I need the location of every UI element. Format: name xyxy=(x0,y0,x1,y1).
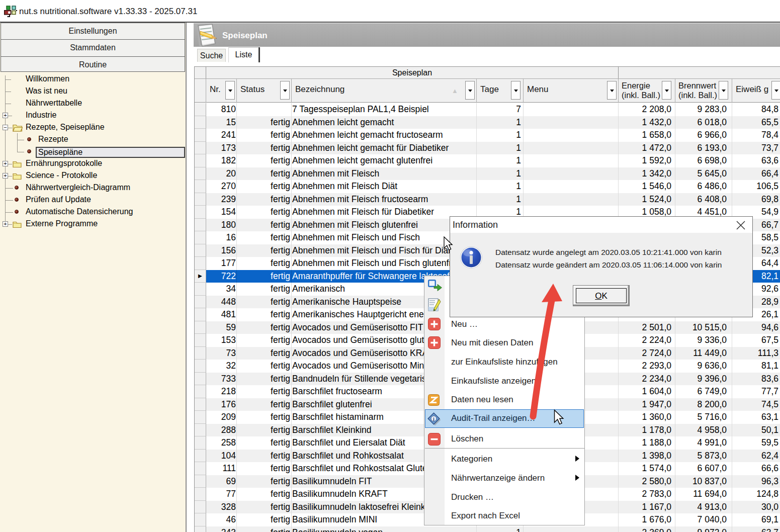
svg-text:i: i xyxy=(433,416,435,422)
